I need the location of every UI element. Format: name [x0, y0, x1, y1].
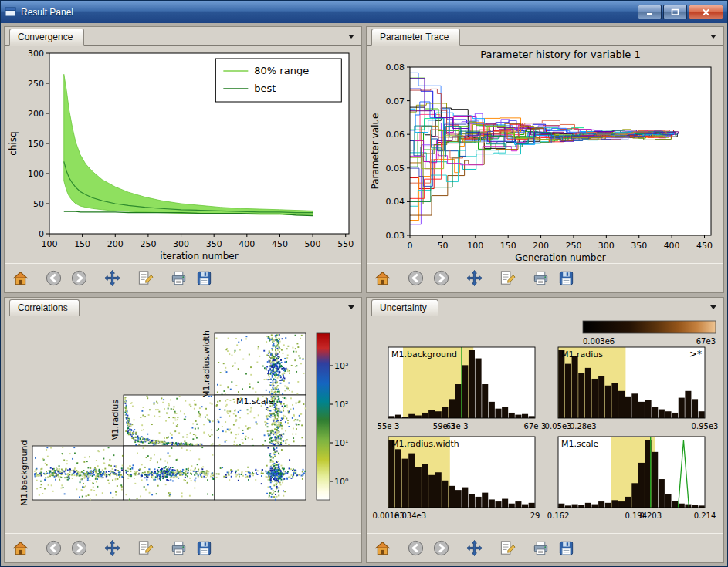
- tab-parameter-trace[interactable]: Parameter Trace: [371, 29, 460, 46]
- svg-text:100: 100: [467, 241, 483, 251]
- back-button[interactable]: [42, 537, 65, 560]
- maximize-icon: [671, 8, 679, 15]
- pan-icon: [103, 539, 121, 557]
- correlations-tabbar: Correlations: [5, 298, 361, 316]
- configure-button[interactable]: [134, 537, 157, 560]
- uncertainty-figure: 0.003e667e3M1.background55e-359e-363e-36…: [367, 316, 723, 534]
- svg-text:0.28e3: 0.28e3: [570, 422, 597, 430]
- svg-text:0.07: 0.07: [386, 96, 405, 106]
- trace-canvas[interactable]: 0501001502002503003504004500.030.040.050…: [367, 46, 722, 263]
- svg-text:10¹: 10¹: [334, 438, 348, 448]
- tab-uncertainty[interactable]: Uncertainty: [371, 299, 438, 316]
- back-button[interactable]: [404, 266, 427, 289]
- back-button[interactable]: [404, 537, 427, 560]
- back-icon: [45, 269, 63, 287]
- minimize-button[interactable]: [638, 5, 662, 19]
- svg-text:100: 100: [42, 239, 58, 249]
- configure-button[interactable]: [496, 537, 519, 560]
- home-button[interactable]: [8, 537, 32, 560]
- close-button[interactable]: [689, 5, 723, 19]
- svg-text:Parameter history for variable: Parameter history for variable 1: [480, 49, 640, 60]
- svg-text:150: 150: [500, 241, 516, 251]
- svg-text:200: 200: [533, 241, 549, 251]
- home-icon: [12, 269, 29, 287]
- pan-icon: [103, 269, 121, 287]
- pan-button[interactable]: [100, 537, 124, 560]
- svg-text:M1.scale: M1.scale: [561, 439, 599, 449]
- convergence-canvas[interactable]: 1001502002503003504004505005500501001502…: [5, 46, 360, 263]
- forward-button[interactable]: [67, 537, 90, 560]
- back-icon: [407, 269, 425, 287]
- titlebar[interactable]: Result Panel: [1, 1, 727, 24]
- forward-button[interactable]: [67, 266, 90, 289]
- svg-text:0.05e3: 0.05e3: [545, 422, 572, 430]
- svg-text:0.08: 0.08: [386, 62, 405, 73]
- svg-text:0.162: 0.162: [547, 511, 570, 520]
- svg-text:100: 100: [28, 169, 44, 179]
- print-button[interactable]: [167, 537, 190, 560]
- svg-text:350: 350: [206, 239, 222, 249]
- maximize-button[interactable]: [663, 5, 687, 19]
- panel-correlations: Correlations M1.radius.widthM1.radiusM1.…: [4, 297, 362, 564]
- convergence-toolbar: [5, 263, 361, 292]
- svg-text:400: 400: [239, 239, 255, 249]
- svg-text:0.05: 0.05: [386, 164, 405, 174]
- svg-text:80% range: 80% range: [254, 65, 309, 76]
- svg-text:300: 300: [28, 49, 44, 59]
- svg-text:M1.radius: M1.radius: [110, 399, 120, 440]
- pan-icon: [466, 269, 483, 287]
- home-button[interactable]: [371, 266, 394, 289]
- svg-text:29: 29: [530, 511, 540, 520]
- pan-icon: [466, 539, 483, 557]
- configure-button[interactable]: [134, 266, 157, 289]
- correlations-plot-dropdown[interactable]: [344, 301, 359, 314]
- tab-correlations[interactable]: Correlations: [9, 299, 80, 316]
- print-button[interactable]: [167, 266, 190, 289]
- uncertainty-canvas[interactable]: 0.003e667e3M1.background55e-359e-363e-36…: [367, 316, 722, 534]
- svg-text:200: 200: [107, 239, 124, 249]
- save-button[interactable]: [554, 537, 577, 560]
- forward-icon: [432, 269, 450, 287]
- forward-icon: [70, 269, 88, 287]
- svg-text:400: 400: [664, 241, 680, 251]
- svg-text:55e-3: 55e-3: [378, 422, 400, 430]
- back-button[interactable]: [42, 266, 65, 289]
- pan-button[interactable]: [462, 537, 486, 560]
- trace-plot-dropdown[interactable]: [706, 30, 721, 43]
- pan-button[interactable]: [462, 266, 486, 289]
- svg-text:M1.scale: M1.scale: [236, 397, 274, 407]
- save-button[interactable]: [192, 266, 215, 289]
- result-panel-window: Result Panel Convergence 100150200250300…: [0, 0, 728, 567]
- back-icon: [407, 539, 425, 557]
- svg-text:M1.background: M1.background: [391, 349, 457, 359]
- window-title: Result Panel: [21, 7, 73, 18]
- home-button[interactable]: [8, 266, 32, 289]
- home-icon: [374, 539, 391, 557]
- pan-button[interactable]: [100, 266, 124, 289]
- svg-text:10⁰: 10⁰: [334, 477, 349, 487]
- svg-text:M1.radius.width: M1.radius.width: [201, 330, 212, 398]
- home-button[interactable]: [371, 537, 394, 560]
- configure-icon: [499, 269, 516, 287]
- svg-text:10³: 10³: [334, 361, 348, 371]
- save-button[interactable]: [554, 266, 577, 289]
- configure-icon: [499, 539, 516, 557]
- save-button[interactable]: [192, 537, 215, 560]
- print-icon: [532, 539, 550, 557]
- forward-button[interactable]: [429, 537, 452, 560]
- back-icon: [45, 539, 63, 557]
- convergence-plot-dropdown[interactable]: [344, 30, 359, 43]
- print-button[interactable]: [529, 266, 552, 289]
- svg-text:250: 250: [565, 241, 581, 251]
- configure-icon: [137, 269, 154, 287]
- tab-convergence[interactable]: Convergence: [9, 29, 84, 46]
- forward-button[interactable]: [429, 266, 452, 289]
- print-icon: [532, 269, 550, 287]
- svg-text:0.03: 0.03: [386, 231, 405, 241]
- svg-text:200: 200: [28, 109, 44, 119]
- correlations-canvas[interactable]: M1.radius.widthM1.radiusM1.backgroundM1.…: [5, 316, 360, 534]
- home-icon: [374, 269, 391, 287]
- configure-button[interactable]: [496, 266, 519, 289]
- print-button[interactable]: [529, 537, 552, 560]
- uncertainty-plot-dropdown[interactable]: [706, 301, 721, 314]
